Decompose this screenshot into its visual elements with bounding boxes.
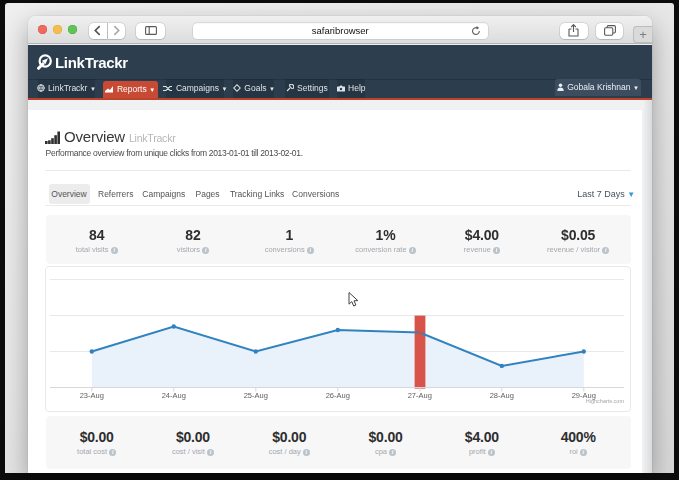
svg-text:23-Aug: 23-Aug (80, 391, 104, 400)
svg-text:28-Aug: 28-Aug (490, 391, 514, 400)
svg-text:Highcharts.com: Highcharts.com (586, 398, 625, 404)
svg-text:26-Aug: 26-Aug (326, 391, 350, 400)
svg-text:24-Aug: 24-Aug (162, 391, 186, 400)
svg-text:27-Aug: 27-Aug (408, 391, 432, 400)
svg-text:25-Aug: 25-Aug (244, 391, 268, 400)
